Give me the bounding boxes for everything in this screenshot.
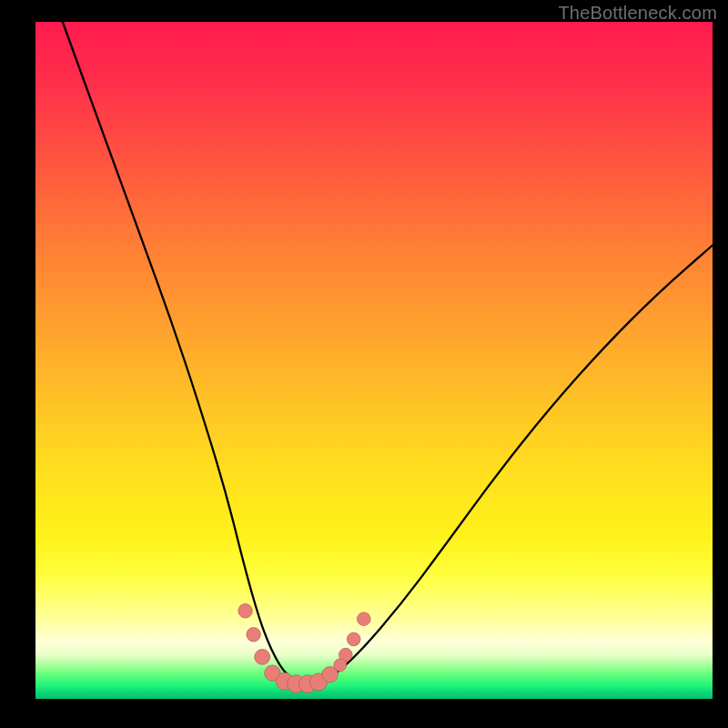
chart-frame: TheBottleneck.com xyxy=(0,0,728,728)
bottleneck-curve xyxy=(63,22,713,683)
marker-dot xyxy=(238,604,252,618)
watermark-text: TheBottleneck.com xyxy=(558,3,717,24)
marker-dot xyxy=(347,632,360,646)
marker-dot xyxy=(358,612,371,626)
marker-dot xyxy=(255,650,270,665)
plot-area xyxy=(35,22,713,699)
marker-dot xyxy=(247,628,260,642)
curve-svg xyxy=(35,22,713,699)
marker-dot xyxy=(334,659,347,672)
